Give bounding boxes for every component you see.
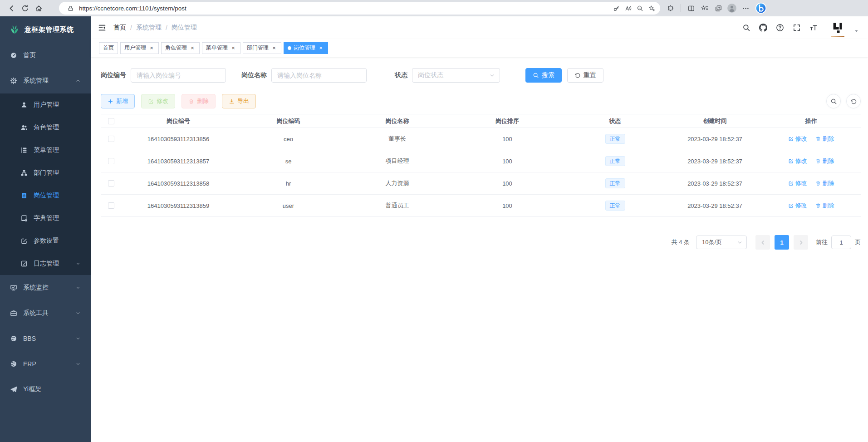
help-icon[interactable] <box>776 24 784 32</box>
sidebar-item-menu-mgmt[interactable]: 菜单管理 <box>0 139 91 162</box>
cell-post-name: 人力资源 <box>342 179 453 187</box>
row-checkbox[interactable] <box>108 158 114 164</box>
lock-icon[interactable] <box>64 2 76 14</box>
github-icon[interactable] <box>759 24 767 32</box>
row-checkbox[interactable] <box>108 202 114 209</box>
row-edit-link-label: 修改 <box>795 201 807 210</box>
collections-button[interactable] <box>711 1 725 15</box>
sidebar-item-dict-mgmt[interactable]: 字典管理 <box>0 207 91 230</box>
page-number-button[interactable]: 1 <box>775 235 789 250</box>
browser-actions <box>664 1 768 15</box>
close-icon[interactable]: × <box>230 45 236 51</box>
add-button[interactable]: 新增 <box>101 94 135 108</box>
post-name-input[interactable] <box>271 68 367 83</box>
row-checkbox[interactable] <box>108 136 114 142</box>
sidebar-item-role-mgmt[interactable]: 角色管理 <box>0 116 91 139</box>
header-search-icon[interactable] <box>742 24 750 32</box>
user-menu-caret-icon[interactable] <box>854 29 859 34</box>
close-icon[interactable]: × <box>189 45 196 51</box>
row-edit-link[interactable]: 修改 <box>788 179 807 187</box>
sidebar-item-home[interactable]: 首页 <box>0 43 91 68</box>
table-header-row: 岗位编号岗位编码岗位名称岗位排序状态创建时间操作 <box>101 114 861 128</box>
browser-back-button[interactable] <box>5 1 18 15</box>
fullscreen-icon[interactable] <box>793 24 801 32</box>
add-favorite-icon[interactable] <box>646 2 657 14</box>
trash-icon <box>188 98 194 104</box>
favorites-button[interactable] <box>698 1 711 15</box>
address-bar[interactable]: https://ccnetcore.com:1101/system/post <box>59 2 660 15</box>
tab-menu-mgmt[interactable]: 菜单管理× <box>202 42 240 54</box>
extensions-button[interactable] <box>664 1 677 15</box>
status-select[interactable]: 岗位状态 <box>412 68 500 83</box>
refresh-table-button[interactable] <box>846 94 861 108</box>
breadcrumb: 首页/系统管理/岗位管理 <box>113 24 197 32</box>
sidebar-item-dept-mgmt[interactable]: 部门管理 <box>0 162 91 184</box>
tab-user-mgmt[interactable]: 用户管理× <box>120 42 159 54</box>
zoom-out-icon[interactable] <box>634 2 646 14</box>
row-checkbox[interactable] <box>108 180 114 187</box>
row-cell-checkbox <box>101 136 122 142</box>
export-button[interactable]: 导出 <box>222 94 256 108</box>
bing-chat-button[interactable] <box>754 1 768 15</box>
chevron-down-icon <box>75 310 81 316</box>
url-text[interactable]: https://ccnetcore.com:1101/system/post <box>79 5 610 12</box>
row-edit-link[interactable]: 修改 <box>788 201 807 210</box>
reset-button[interactable]: 重置 <box>567 68 603 83</box>
sidebar-item-label: 系统管理 <box>23 77 49 85</box>
row-delete-link[interactable]: 删除 <box>815 179 834 187</box>
close-icon[interactable]: × <box>318 45 324 51</box>
sidebar-item-post-mgmt[interactable]: 岗位管理 <box>0 184 91 207</box>
main-area: 首页/系统管理/岗位管理 首页用户管理×角色管理×菜单管理×部门管理×岗位管理× <box>91 16 868 442</box>
post-code-input[interactable] <box>131 68 226 83</box>
prev-page-button[interactable] <box>755 235 770 250</box>
sidebar-item-param-settings[interactable]: 参数设置 <box>0 230 91 252</box>
cell-actions: 修改删除 <box>761 179 861 187</box>
profile-button[interactable] <box>725 1 739 15</box>
breadcrumb-item[interactable]: 首页 <box>113 24 126 32</box>
row-edit-link[interactable]: 修改 <box>788 135 807 143</box>
browser-menu-button[interactable] <box>739 1 752 15</box>
sidebar-item-bbs[interactable]: BBS <box>0 326 91 351</box>
close-icon[interactable]: × <box>148 45 155 51</box>
search-button[interactable]: 搜索 <box>525 68 562 83</box>
monitor-icon <box>10 284 18 291</box>
users-icon <box>20 124 28 131</box>
cell-status: 正常 <box>562 201 668 211</box>
tab-role-mgmt[interactable]: 角色管理× <box>161 42 200 54</box>
app-logo[interactable]: 意框架管理系统 <box>0 16 91 43</box>
sidebar-item-system-monitor[interactable]: 系统监控 <box>0 275 91 300</box>
browser-home-button[interactable] <box>32 1 45 15</box>
download-icon <box>229 98 235 104</box>
sidebar-item-user-mgmt[interactable]: 用户管理 <box>0 93 91 116</box>
sidebar-item-label: 角色管理 <box>34 123 59 132</box>
browser-refresh-button[interactable] <box>18 1 32 15</box>
leaf-logo-icon <box>9 24 20 35</box>
tab-home[interactable]: 首页 <box>99 42 118 54</box>
sidebar-item-system-mgmt[interactable]: 系统管理 <box>0 68 91 93</box>
sidebar-item-system-tools[interactable]: 系统工具 <box>0 300 91 326</box>
row-delete-link[interactable]: 删除 <box>815 201 834 210</box>
tab-dept-mgmt[interactable]: 部门管理× <box>243 42 281 54</box>
edit-button[interactable]: 修改 <box>141 94 175 108</box>
font-size-icon[interactable] <box>809 24 818 32</box>
sidebar-item-log-mgmt[interactable]: 日志管理 <box>0 252 91 275</box>
sidebar-toggle[interactable] <box>98 24 106 32</box>
user-avatar[interactable] <box>830 20 845 35</box>
row-edit-link[interactable]: 修改 <box>788 157 807 165</box>
row-delete-link[interactable]: 删除 <box>815 135 834 143</box>
read-aloud-icon[interactable] <box>622 2 634 14</box>
page-size-select[interactable]: 10条/页 <box>696 236 747 249</box>
next-page-button[interactable] <box>794 235 808 250</box>
select-all-checkbox[interactable] <box>108 118 114 124</box>
sidebar-item-yi-framework[interactable]: Yi框架 <box>0 377 91 402</box>
toggle-search-button[interactable] <box>826 94 841 108</box>
row-delete-link[interactable]: 删除 <box>815 157 834 165</box>
goto-page-input[interactable] <box>831 236 851 249</box>
delete-button[interactable]: 删除 <box>181 94 216 108</box>
password-key-icon[interactable] <box>610 2 622 14</box>
tab-post-mgmt[interactable]: 岗位管理× <box>284 42 328 54</box>
split-screen-button[interactable] <box>684 1 698 15</box>
close-icon[interactable]: × <box>271 45 277 51</box>
dashboard-icon <box>10 52 18 59</box>
sidebar-item-erp[interactable]: ERP <box>0 351 91 377</box>
